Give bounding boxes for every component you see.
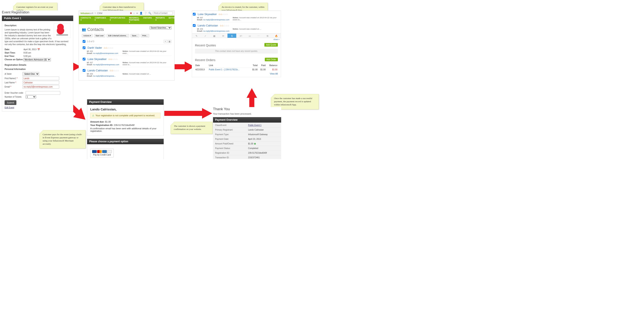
flame-score-icon: ♨♨♨♨♨ (104, 46, 113, 49)
help-icon[interactable]: ❔ (144, 12, 147, 15)
user-icon[interactable]: 👤 (140, 12, 143, 15)
view-grid-icon[interactable]: ▦ (168, 40, 172, 43)
selectall-checkbox[interactable] (83, 40, 86, 43)
option-label: Choose an Option: (4, 58, 24, 61)
orders-table: DateLinkTotalPaidBalance 4/22/2013 Publi… (195, 64, 278, 72)
pay-by-credit-card-button[interactable]: Pay by Credit Card (90, 148, 114, 158)
add-order-button[interactable]: Add Order (265, 58, 278, 61)
tab-more-icon[interactable]: ⋯ (254, 34, 263, 38)
contact-name[interactable]: Lando Calrissian (88, 69, 108, 72)
contact-row[interactable]: Lando Calrissian♨♨♨♨♨Id: 209Email: no-re… (82, 67, 172, 78)
voucher-field[interactable] (26, 91, 60, 95)
nav-reports[interactable]: REPORTS ▾ (154, 16, 166, 24)
tab-flame-icon[interactable]: 🔥 (272, 34, 281, 38)
payment-overview-title: Payment Overview (87, 99, 164, 105)
contact-email-link[interactable]: no-reply@eventespresso.com (93, 52, 118, 54)
table-row[interactable]: 4/22/2013 Public Event 1 - [ 239-517621b… (195, 68, 278, 72)
startover-button[interactable]: Start over (94, 34, 105, 37)
nav-opportunities[interactable]: OPPORTUNITIES ▾ (108, 16, 127, 24)
row-checkbox[interactable] (193, 13, 196, 16)
view-all-link[interactable]: View All (270, 72, 278, 75)
sticky-text: Customer pays for the event (using a bui… (42, 133, 82, 145)
firstname-field[interactable] (22, 76, 59, 80)
registration-details-header: Registration Details (4, 64, 70, 66)
table-row: Primary Registrant:Lando Calrissian (214, 128, 281, 132)
no-quotes-message: This contact does not have any recent qu… (195, 49, 278, 54)
view-list-icon[interactable]: ≡ (164, 40, 167, 43)
payment-details-table: Class/Event:Public Event 1Primary Regist… (214, 123, 281, 159)
people-icon: 👥 (82, 28, 86, 32)
contact-email-link[interactable]: no-reply2@eventespresso.com (203, 19, 230, 21)
payer-name: Lando Calrissian, (90, 108, 160, 111)
calendar-icon[interactable]: 📅 (37, 48, 40, 51)
saved-searches-select[interactable]: Saved Searches... (150, 26, 172, 30)
contact-name[interactable]: Darth Vader (88, 46, 102, 49)
range-text: 1-3 of 3 (87, 40, 94, 42)
nav-visitors[interactable]: VISITORS (142, 16, 154, 24)
start-label: Start Time: (4, 52, 24, 54)
contact-row[interactable]: Lando Calrissian♨♨♨♨♨Id: 209Email: no-re… (192, 22, 281, 33)
search-icon[interactable]: 🔍 (148, 12, 152, 15)
print-button[interactable]: Print... (141, 34, 149, 37)
payment-overview-title2: Payment Overview (213, 117, 281, 122)
nav-referral[interactable]: REFERRAL PARTNERS ▾ (127, 16, 141, 24)
contact-row[interactable]: Luke Skywalker♨♨♨♨♨Id: 207Email: no-repl… (82, 56, 172, 67)
event-image (54, 23, 70, 38)
contact-name[interactable]: Luke Skywalker (88, 58, 106, 61)
tab-copy-icon[interactable]: ⧉ (263, 34, 272, 38)
sticky-text: The customer is shown a payment confirma… (174, 125, 205, 130)
contact-email-link[interactable]: no-reply2@eventespresso.com (93, 64, 120, 66)
nav-companies[interactable]: COMPANIES ▾ (93, 16, 108, 24)
row-checkbox[interactable] (83, 46, 86, 49)
tab-mail-icon[interactable]: ✉ (219, 34, 228, 38)
nav-settings[interactable]: SETTINGS (167, 16, 180, 24)
submit-button[interactable]: Submit (4, 100, 16, 105)
tab-check-icon[interactable]: ✓ (201, 34, 210, 38)
lastname-field[interactable] (22, 81, 59, 84)
actions-button[interactable]: Actions ▾ (82, 34, 92, 37)
tickets-select[interactable]: 1 (26, 95, 36, 98)
tshirt-label: A Tshirt (4, 73, 22, 76)
tab-edit-icon[interactable]: ✎ (192, 34, 201, 38)
close-link[interactable]: close × (274, 38, 280, 40)
editcriteria-button[interactable]: Edit Criteria/Columns... (106, 34, 129, 37)
order-link[interactable]: Public Event 1 - [ 239-517621b... (209, 68, 240, 71)
registration-id-label: Your Registration ID: (90, 124, 113, 126)
contact-name[interactable]: Lando Calrissian (198, 24, 218, 27)
row-checkbox[interactable] (83, 69, 86, 72)
tab-tag-icon[interactable]: 🏷 (236, 34, 245, 38)
edit-event-link[interactable]: Edit Event (4, 106, 14, 109)
thank-you-sub: Your transaction has been processed. (213, 112, 281, 115)
option-select[interactable]: Members Admission ($1 (24, 58, 51, 61)
payment-overview-panel: Payment Overview Lando Calrissian, Your … (87, 99, 164, 159)
flame-score-icon: ♨♨♨♨♨ (220, 24, 229, 27)
email-field[interactable] (22, 85, 59, 88)
tshirt-select[interactable]: Select One (22, 72, 39, 76)
search-input[interactable] (153, 12, 173, 15)
tab-money-icon[interactable]: $ (228, 34, 236, 38)
svg-marker-2 (164, 108, 212, 118)
star-icon[interactable]: ★ (136, 12, 138, 15)
row-checkbox[interactable] (193, 24, 196, 27)
contacts-title: Contacts (87, 27, 104, 32)
add-quote-button[interactable]: Add Quote (264, 43, 278, 46)
save-button[interactable]: Save... (130, 34, 139, 37)
end-label: End Time: (4, 55, 24, 58)
contact-email-link[interactable]: no-reply3@eventespresso.com (203, 30, 230, 32)
row-checkbox[interactable] (83, 58, 86, 60)
home-icon[interactable]: ⌂ (133, 12, 135, 15)
nav-contacts[interactable]: CONTACTS ▾ (79, 16, 92, 24)
registration-id-value: 239-517621bbd549f (114, 124, 134, 126)
tab-card-icon[interactable]: ▭ (245, 34, 254, 38)
thank-you-panel: Thank You Your transaction has been proc… (213, 107, 281, 159)
event-title-bar: Public Event 1 (2, 16, 73, 21)
tab-calendar-icon[interactable]: ▦ (210, 34, 219, 38)
cc-label: Pay by Credit Card (93, 154, 111, 156)
contact-email-link[interactable]: no-reply3@eventespress... (93, 75, 116, 77)
contact-row[interactable]: Darth Vader♨♨♨♨♨Id: 205Email: no-reply@e… (82, 44, 172, 56)
table-row: Class/Event:Public Event 1 (214, 123, 281, 128)
contact-row[interactable]: Luke Skywalker♨♨♨♨♨Id: 207Email: no-repl… (192, 11, 281, 22)
contact-name[interactable]: Luke Skywalker (198, 12, 217, 16)
svg-marker-1 (172, 62, 195, 72)
alert-icon[interactable]: ✱ (130, 12, 132, 15)
